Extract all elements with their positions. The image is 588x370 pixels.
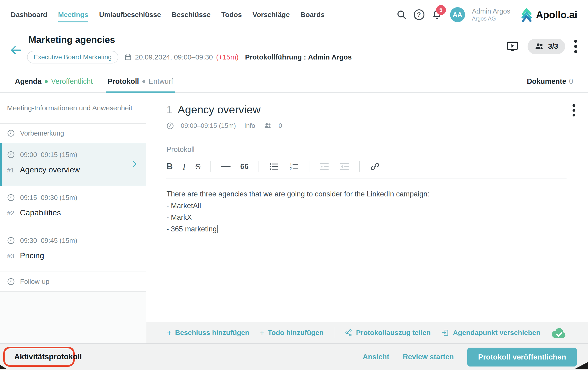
item-kebab-menu-icon[interactable] [572, 103, 575, 118]
tab-agenda-label: Agenda [15, 77, 42, 86]
agenda-item-time-text: 09:00–09:15 (15m) [20, 151, 77, 159]
attendance-pill[interactable]: 3/3 [528, 39, 565, 54]
svg-text:1: 1 [290, 162, 292, 166]
notifications-bell[interactable]: 5 [431, 9, 442, 20]
link-icon[interactable] [370, 161, 380, 172]
agenda-item-main: #2 Capabilities [7, 208, 139, 217]
action-divider [334, 327, 334, 338]
move-item-button[interactable]: Agendapunkt verschieben [441, 329, 540, 337]
protokoll-status-dot [142, 80, 145, 83]
sidebar-agenda-item-2[interactable]: 09:15–09:30 (15m) #2 Capabilities [0, 186, 146, 229]
mouse-cursor-artifact [575, 362, 588, 370]
outdent-icon[interactable] [339, 161, 349, 172]
bold-button[interactable]: B [166, 162, 173, 172]
agenda-item-time: 09:00–09:15 (15m) [7, 151, 139, 159]
strikethrough-button[interactable]: S [195, 162, 201, 171]
meeting-app-page: Dashboard Meetings Umlaufbeschlüsse Besc… [0, 0, 588, 370]
attendees-icon [264, 122, 272, 130]
protokoll-content: 1 Agency overview 09:00–09:15 (15m) Info… [146, 93, 588, 322]
activity-log-button[interactable]: Aktivitätsprotokoll [14, 352, 82, 361]
attendance-count: 3/3 [548, 42, 558, 51]
nav-boards[interactable]: Boards [301, 11, 325, 19]
agenda-item-number: #3 [7, 252, 14, 260]
sidebar-section-header[interactable]: Meeting-Informationen und Anwesenheit [0, 93, 146, 124]
sidebar-item-vorbemerkung[interactable]: Vorbemerkung [0, 124, 146, 143]
nav-meetings[interactable]: Meetings [58, 11, 88, 19]
brand-logo: Apollo.ai [519, 7, 577, 22]
nav-dashboard[interactable]: Dashboard [11, 11, 47, 19]
notification-count-badge: 5 [436, 5, 446, 15]
people-icon [535, 41, 544, 51]
user-organization: Argos AG [472, 15, 510, 22]
meeting-datetime: 20.09.2024, 09:00–09:30 (+15m) [124, 53, 239, 61]
item-time-text: 09:00–09:15 (15m) [181, 122, 236, 130]
share-extract-label: Protokollauszug teilen [356, 329, 431, 337]
sidebar-item-followup[interactable]: Follow-up [0, 272, 146, 292]
add-decision-button[interactable]: + Beschluss hinzufügen [167, 328, 249, 337]
editor-section-label: Protokoll [166, 145, 567, 154]
main-menu: Dashboard Meetings Umlaufbeschlüsse Besc… [11, 11, 325, 19]
sidebar-agenda-item-1[interactable]: 09:00–09:15 (15m) #1 Agency overview [0, 143, 146, 186]
user-info[interactable]: Admin Argos Argos AG [472, 7, 510, 22]
item-info-label[interactable]: Info [244, 122, 255, 130]
help-icon[interactable]: ? [414, 9, 424, 20]
plus-icon: + [260, 328, 264, 337]
protokoll-panel: 1 Agency overview 09:00–09:15 (15m) Info… [146, 93, 588, 343]
text-caret [218, 225, 218, 233]
add-todo-label: Todo hinzufügen [268, 329, 323, 337]
editor-paragraph: - MarkX [166, 212, 567, 223]
meeting-category-badge[interactable]: Executive Board Marketing [27, 51, 118, 63]
header-kebab-menu-icon[interactable] [574, 39, 577, 54]
brand-name: Apollo.ai [536, 9, 577, 21]
agenda-item-main: #3 Pricing [7, 251, 139, 260]
numbered-list-icon[interactable]: 12 [289, 161, 299, 172]
agenda-item-time-text: 09:15–09:30 (15m) [20, 194, 77, 202]
share-icon [345, 329, 353, 337]
minutes-taker-name: Admin Argos [308, 53, 352, 61]
move-to-icon [441, 329, 449, 337]
apollo-logo-icon [519, 7, 534, 22]
indent-icon[interactable] [319, 161, 329, 172]
chevron-right-icon[interactable] [131, 160, 138, 169]
agenda-item-main: #1 Agency overview [7, 165, 139, 174]
agenda-item-title: Agency overview [20, 165, 80, 174]
plus-icon: + [167, 328, 171, 337]
svg-text:2: 2 [290, 167, 292, 171]
sidebar-agenda-item-3[interactable]: 09:30–09:45 (15m) #3 Pricing [0, 229, 146, 272]
share-extract-button[interactable]: Protokollauszug teilen [345, 329, 431, 337]
tab-agenda[interactable]: Agenda Veröffentlicht [15, 71, 93, 92]
tab-bar: Agenda Veröffentlicht Protokoll Entwurf … [0, 71, 588, 93]
agenda-item-number: #1 [7, 166, 14, 174]
bullet-list-icon[interactable] [269, 161, 279, 172]
present-mode-icon[interactable] [506, 40, 519, 53]
item-meta-row: 09:00–09:15 (15m) Info 0 [166, 122, 567, 130]
clock-icon [7, 151, 15, 159]
agenda-item-title: Capabilities [20, 208, 61, 217]
tab-dokumente[interactable]: Dokumente 0 [527, 77, 573, 86]
add-todo-button[interactable]: + Todo hinzufügen [260, 328, 324, 337]
nav-beschluesse[interactable]: Beschlüsse [172, 11, 211, 19]
sidebar-filler [0, 292, 146, 343]
nav-umlaufbeschluesse[interactable]: Umlaufbeschlüsse [99, 11, 161, 19]
nav-todos[interactable]: Todos [221, 11, 242, 19]
user-avatar[interactable]: AA [450, 7, 465, 22]
publish-protokoll-button[interactable]: Protokoll veröffentlichen [467, 348, 577, 367]
view-link[interactable]: Ansicht [363, 353, 389, 361]
tab-protokoll[interactable]: Protokoll Entwurf [108, 71, 173, 92]
protokoll-editor[interactable]: There are three agencies that we are goi… [166, 188, 567, 300]
vorbemerkung-label: Vorbemerkung [20, 130, 64, 137]
blockquote-button[interactable]: 66 [240, 162, 249, 171]
start-review-link[interactable]: Review starten [403, 353, 454, 361]
clock-icon [7, 194, 15, 202]
agenda-item-heading: 1 Agency overview [166, 103, 567, 116]
calendar-icon [124, 53, 132, 61]
agenda-item-title: Pricing [20, 251, 44, 260]
back-arrow-icon[interactable] [9, 44, 22, 57]
horizontal-rule-button[interactable] [221, 166, 231, 167]
italic-button[interactable]: I [182, 161, 186, 172]
nav-vorschlaege[interactable]: Vorschläge [252, 11, 290, 19]
minutes-taker: Protokollführung : Admin Argos [245, 53, 352, 61]
meeting-header: Marketing agencies Executive Board Marke… [0, 29, 588, 71]
search-icon[interactable] [396, 10, 407, 20]
editor-paragraph: - MarketAll [166, 200, 567, 212]
